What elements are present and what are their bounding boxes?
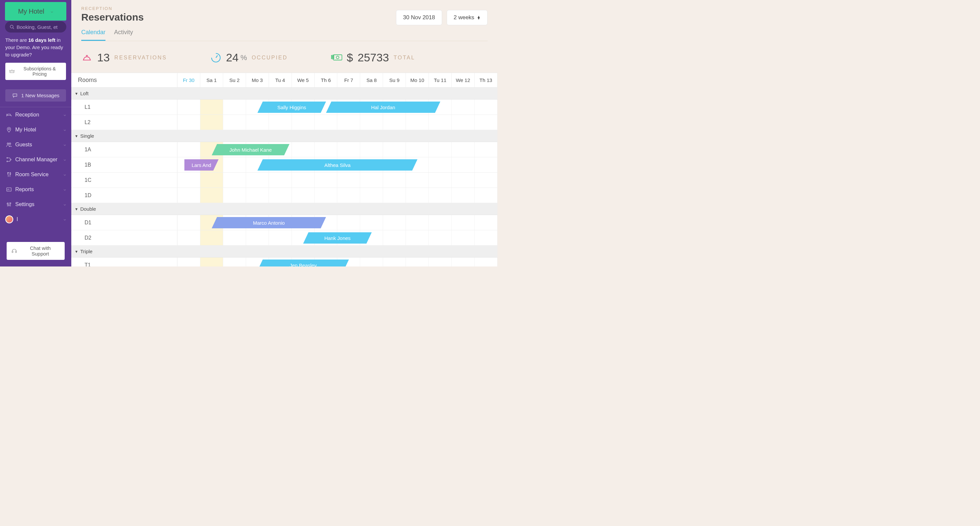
- day-header[interactable]: We 12: [452, 73, 474, 87]
- calendar-cell[interactable]: [383, 172, 406, 188]
- calendar-cell[interactable]: [474, 172, 498, 188]
- calendar-cell[interactable]: [315, 115, 337, 130]
- calendar-cell[interactable]: [474, 115, 498, 130]
- calendar-cell[interactable]: [177, 142, 200, 157]
- day-header[interactable]: Sa 8: [360, 73, 383, 87]
- calendar-cell[interactable]: [429, 215, 452, 230]
- nav-item-my-hotel[interactable]: My Hotel⌵: [0, 122, 71, 137]
- calendar-cell[interactable]: [177, 115, 200, 130]
- calendar-cell[interactable]: [223, 100, 246, 115]
- room-group-row[interactable]: ▼Triple: [71, 245, 498, 258]
- calendar-cell[interactable]: [474, 230, 498, 245]
- calendar-cell[interactable]: [223, 172, 246, 188]
- day-header[interactable]: We 5: [292, 73, 315, 87]
- calendar-cell[interactable]: [337, 188, 360, 203]
- day-header[interactable]: Fr 7: [337, 73, 360, 87]
- calendar-cell[interactable]: [429, 230, 452, 245]
- calendar-cell[interactable]: [246, 115, 269, 130]
- calendar-cell[interactable]: [269, 115, 292, 130]
- calendar-cell[interactable]: [383, 258, 406, 266]
- calendar-cell[interactable]: [406, 215, 429, 230]
- calendar-cell[interactable]: [223, 188, 246, 203]
- calendar-cell[interactable]: [406, 142, 429, 157]
- calendar-cell[interactable]: [429, 172, 452, 188]
- day-header[interactable]: Th 6: [315, 73, 337, 87]
- subscriptions-button[interactable]: Subscriptions & Pricing: [5, 63, 66, 80]
- calendar-cell[interactable]: [429, 115, 452, 130]
- calendar-cell[interactable]: [315, 142, 337, 157]
- calendar-cell[interactable]: [429, 258, 452, 266]
- calendar-cell[interactable]: [177, 215, 200, 230]
- calendar-cell[interactable]: [452, 215, 474, 230]
- tab-activity[interactable]: Activity: [114, 29, 133, 41]
- nav-item-reception[interactable]: Reception⌵: [0, 107, 71, 122]
- calendar-cell[interactable]: [474, 100, 498, 115]
- calendar-cell[interactable]: [200, 100, 223, 115]
- day-header[interactable]: Sa 1: [200, 73, 223, 87]
- calendar-cell[interactable]: [474, 258, 498, 266]
- calendar-cell[interactable]: [429, 188, 452, 203]
- calendar-cell[interactable]: [177, 258, 200, 266]
- nav-item-guests[interactable]: Guests⌵: [0, 137, 71, 152]
- hotel-switcher[interactable]: My Hotel ⌵: [5, 2, 66, 21]
- booking-bar[interactable]: John Michael Kane: [212, 144, 289, 155]
- calendar-cell[interactable]: [383, 230, 406, 245]
- calendar-cell[interactable]: [177, 230, 200, 245]
- calendar-cell[interactable]: [474, 142, 498, 157]
- user-menu[interactable]: I ⌵: [0, 212, 71, 227]
- calendar-cell[interactable]: [292, 172, 315, 188]
- calendar-cell[interactable]: [406, 172, 429, 188]
- calendar-cell[interactable]: [474, 157, 498, 172]
- booking-bar[interactable]: Sally Higgins: [257, 102, 326, 113]
- calendar-cell[interactable]: [429, 157, 452, 172]
- calendar-cell[interactable]: [360, 258, 383, 266]
- calendar-cell[interactable]: [452, 172, 474, 188]
- calendar-cell[interactable]: [223, 258, 246, 266]
- calendar-cell[interactable]: [452, 188, 474, 203]
- tab-calendar[interactable]: Calendar: [81, 29, 105, 41]
- calendar-cell[interactable]: [406, 115, 429, 130]
- calendar-cell[interactable]: [360, 215, 383, 230]
- support-button[interactable]: Chat with Support: [6, 242, 65, 260]
- room-group-row[interactable]: ▼Single: [71, 130, 498, 142]
- calendar-cell[interactable]: [383, 188, 406, 203]
- calendar-cell[interactable]: [452, 115, 474, 130]
- date-picker[interactable]: 30 Nov 2018: [396, 10, 442, 25]
- booking-bar[interactable]: Lars And: [185, 159, 218, 171]
- calendar-cell[interactable]: [315, 188, 337, 203]
- day-header[interactable]: Mo 3: [246, 73, 269, 87]
- calendar-cell[interactable]: [337, 142, 360, 157]
- calendar-cell[interactable]: [452, 230, 474, 245]
- day-header[interactable]: Tu 4: [269, 73, 292, 87]
- calendar-cell[interactable]: [452, 258, 474, 266]
- calendar-cell[interactable]: [452, 142, 474, 157]
- calendar-cell[interactable]: [406, 258, 429, 266]
- calendar-cell[interactable]: [337, 115, 360, 130]
- calendar-cell[interactable]: [452, 100, 474, 115]
- calendar-cell[interactable]: [200, 258, 223, 266]
- booking-bar[interactable]: Jen Beasley: [257, 260, 349, 266]
- calendar-cell[interactable]: [337, 172, 360, 188]
- search-input[interactable]: Booking, Guest, et: [5, 21, 66, 32]
- calendar-cell[interactable]: [406, 188, 429, 203]
- nav-item-settings[interactable]: Settings⌵: [0, 197, 71, 212]
- booking-bar[interactable]: Marco Antonio: [212, 217, 326, 228]
- calendar-cell[interactable]: [200, 188, 223, 203]
- calendar-cell[interactable]: [360, 172, 383, 188]
- day-header[interactable]: Th 13: [474, 73, 498, 87]
- day-header[interactable]: Tu 11: [429, 73, 452, 87]
- calendar-cell[interactable]: [177, 172, 200, 188]
- calendar-cell[interactable]: [223, 230, 246, 245]
- nav-item-reports[interactable]: Reports⌵: [0, 182, 71, 197]
- calendar-cell[interactable]: [200, 115, 223, 130]
- calendar-cell[interactable]: [292, 188, 315, 203]
- calendar-cell[interactable]: [269, 188, 292, 203]
- day-header[interactable]: Fr 30: [177, 73, 200, 87]
- nav-item-channel-manager[interactable]: Channel Manager⌵: [0, 152, 71, 167]
- calendar-cell[interactable]: [246, 188, 269, 203]
- calendar-cell[interactable]: [474, 215, 498, 230]
- calendar-cell[interactable]: [269, 230, 292, 245]
- calendar-cell[interactable]: [360, 188, 383, 203]
- booking-bar[interactable]: Althea Silva: [257, 159, 418, 171]
- day-header[interactable]: Mo 10: [406, 73, 429, 87]
